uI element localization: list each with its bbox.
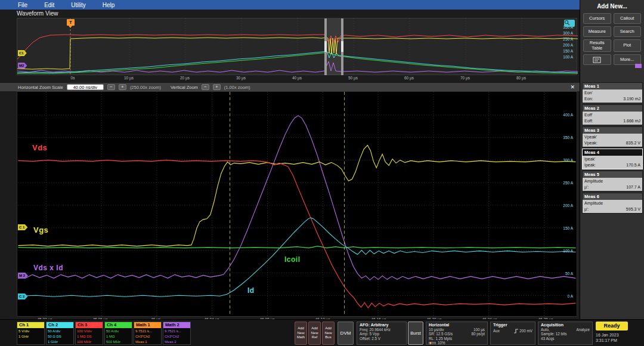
oscilloscope-screen: File Edit Utility Help Waveform View 350… xyxy=(0,0,644,346)
add-new-title: Add New... xyxy=(580,0,644,10)
channel-3-badge[interactable]: Ch 3 100 V/div1 MΩ DS100 MHz xyxy=(75,322,103,345)
menu-help[interactable]: Help xyxy=(103,2,115,8)
main-amp-label: 250 A xyxy=(563,181,573,185)
settings-bar: Ch 1 5 V/div1 GHz Ch 2 50 A/div50 Ω DS1 … xyxy=(0,319,644,346)
overview-time-label: 10 µs xyxy=(124,76,134,80)
results-table-button[interactable]: Results Table xyxy=(583,39,611,52)
menu-bar: File Edit Utility Help xyxy=(0,0,580,10)
icoil-trace-label: Icoil xyxy=(284,255,301,264)
afg-offset: Offset: 2.5 V xyxy=(360,336,404,341)
zoom-handle-grip[interactable] xyxy=(341,41,343,52)
add-new-ref-button[interactable]: Add New Ref xyxy=(308,322,321,345)
dvm-button[interactable]: DVM xyxy=(338,322,354,345)
id-trace-label: Id xyxy=(247,286,255,295)
cursors-button[interactable]: Cursors xyxy=(583,13,611,24)
meas-2-body: Eoff' Eoff:1.666 mJ xyxy=(583,112,642,125)
ready-status-badge: Ready xyxy=(596,322,628,330)
add-new-math-button[interactable]: Add New Math xyxy=(295,322,307,345)
channel-4-badge[interactable]: Ch 4 50 A/div1 MΩ500 MHz xyxy=(104,322,132,345)
math-1-badge[interactable]: Math 1 9.7521 k...Ch3*Ch2Meas 1 xyxy=(134,322,162,345)
math-1-settings: 9.7521 k...Ch3*Ch2Meas 1 xyxy=(134,328,161,345)
h-zoom-out-button[interactable]: − xyxy=(107,84,115,90)
afg-panel[interactable]: AFG: Arbitrary Freq: 20.9644 kHz Amp: 5 … xyxy=(357,322,407,345)
measure-button[interactable]: Measure xyxy=(583,26,611,37)
overview-time-label: 70 µs xyxy=(460,76,470,80)
plot-button[interactable]: Plot xyxy=(614,39,642,52)
channel-3-name: Ch 3 xyxy=(76,322,103,328)
overview-amp-label: 150 A xyxy=(563,49,573,53)
v-zoom-out-button[interactable]: − xyxy=(202,84,209,90)
meas-3-header: Meas 3 xyxy=(583,127,642,134)
channel-2-settings: 50 A/div50 Ω DS1 GHz xyxy=(47,328,73,345)
main-amp-label: 150 A xyxy=(563,226,573,230)
channel-1-badge[interactable]: Ch 1 5 V/div1 GHz xyxy=(17,322,45,345)
mask-icon xyxy=(593,57,601,63)
overview-time-axis: 0s 10 µs 20 µs 30 µs 40 µs 50 µs 60 µs 7… xyxy=(17,76,577,82)
callout-button[interactable]: Callout xyxy=(614,13,642,24)
overview-waveforms xyxy=(17,18,578,75)
close-zoom-icon[interactable]: ✕ xyxy=(570,84,575,90)
meas-6-badge[interactable]: Meas 6 Amplitude µ':595.3 V xyxy=(582,193,643,214)
h-zoom-factor: (250.00x zoom) xyxy=(130,85,161,90)
channel-4-settings: 50 A/div1 MΩ500 MHz xyxy=(105,328,132,345)
overview-amp-label: 300 A xyxy=(563,31,573,35)
math-2-badge[interactable]: Math 2 9.7521 k...Ch3*Ch2Meas 2 xyxy=(163,322,191,345)
meas-1-body: Eon' Eon:3.190 mJ xyxy=(583,89,642,103)
acquisition-title: Acquisition xyxy=(541,323,590,328)
overview-time-label: 20 µs xyxy=(180,76,190,80)
meas-3-badge[interactable]: Meas 3 Vpeak' Vpeak:835.2 V xyxy=(582,126,643,147)
menu-file[interactable]: File xyxy=(18,2,27,8)
channel-4-name: Ch 4 xyxy=(105,322,132,328)
meas-4-badge[interactable]: Meas 4 Ipeak' Ipeak:170.5 A xyxy=(582,149,643,169)
waveform-view-title: Waveform View xyxy=(17,10,58,17)
main-amp-label: 200 A xyxy=(563,203,573,208)
main-amp-label: 350 A xyxy=(563,135,573,140)
add-new-buttons: Cursors Callout Measure Search Results T… xyxy=(580,10,644,69)
math-1-name: Math 1 xyxy=(134,322,161,328)
overview-time-label: 50 µs xyxy=(348,76,358,80)
acquisition-panel[interactable]: Acquisition Auto,Analyze Sample: 12 bits… xyxy=(538,322,593,345)
v-zoom-factor: (1.00x zoom) xyxy=(224,85,250,90)
vertical-zoom-title: Vertical Zoom xyxy=(171,85,198,90)
burst-button[interactable]: Burst xyxy=(408,322,423,345)
meas-6-source-chip xyxy=(635,64,642,68)
ov-vgs-trace xyxy=(17,38,578,69)
v-zoom-in-button[interactable]: + xyxy=(213,84,221,90)
waveform-view-panel: Waveform View 350 A 300 A 250 A 200 A 15… xyxy=(0,10,580,319)
record-overview-plot[interactable]: 350 A 300 A 250 A 200 A 150 A 100 A T C1… xyxy=(17,18,577,75)
main-amp-label: 0 A xyxy=(568,294,573,298)
meas-5-badge[interactable]: Meas 5 Amplitude µ':107.7 A xyxy=(582,171,643,191)
trigger-title: Trigger xyxy=(493,323,532,328)
horizontal-panel[interactable]: Horizontal 10 µs/div100 µs SR: 12.5 GS/s… xyxy=(426,322,488,345)
trigger-position-marker[interactable]: T xyxy=(67,19,75,26)
zoom-handle-grip[interactable] xyxy=(324,41,327,52)
h-zoom-in-button[interactable]: + xyxy=(119,84,126,90)
overview-amp-label: 100 A xyxy=(563,55,573,59)
menu-edit[interactable]: Edit xyxy=(44,2,54,8)
channel-2-name: Ch 2 xyxy=(47,322,73,328)
zoomed-waveform-plot[interactable]: Vds Vgs Vds x Id Icoil Id C 1 M 2 C 2 40… xyxy=(17,91,577,317)
meas-6-body: Amplitude µ':595.3 V xyxy=(583,200,642,213)
channel-2-badge[interactable]: Ch 2 50 A/div50 Ω DS1 GHz xyxy=(46,322,74,345)
meas-1-header: Meas 1 xyxy=(583,83,642,89)
meas-2-header: Meas 2 xyxy=(583,105,642,112)
trigger-panel[interactable]: Trigger Aux 200 mV xyxy=(490,322,535,345)
channel-3-settings: 100 V/div1 MΩ DS100 MHz xyxy=(76,328,103,345)
magnifier-icon xyxy=(564,20,570,26)
menu-utility[interactable]: Utility xyxy=(71,2,85,8)
results-bar: Add New... Cursors Callout Measure Searc… xyxy=(580,0,644,319)
vgs-trace-label: Vgs xyxy=(33,225,48,234)
meas-5-body: Amplitude µ':107.7 A xyxy=(583,178,642,191)
zoom-scale-input[interactable]: 40.00 ns/div xyxy=(67,84,104,90)
meas-2-badge[interactable]: Meas 2 Eoff' Eoff:1.666 mJ xyxy=(582,104,643,125)
mask-button[interactable] xyxy=(583,54,611,65)
main-amp-label: 300 A xyxy=(563,158,573,162)
meas-1-badge[interactable]: Meas 1 Eon' Eon:3.190 mJ xyxy=(582,82,643,103)
meas-5-header: Meas 5 xyxy=(583,171,642,178)
overview-time-label: 40 µs xyxy=(292,76,302,80)
zoom-overview-icon[interactable] xyxy=(564,20,575,27)
zoom-bar-title: Horizontal Zoom Scale xyxy=(18,85,63,90)
add-new-bus-button[interactable]: Add New Bus xyxy=(322,322,335,345)
search-button[interactable]: Search xyxy=(614,26,642,37)
afg-title: AFG: Arbitrary xyxy=(360,323,404,328)
